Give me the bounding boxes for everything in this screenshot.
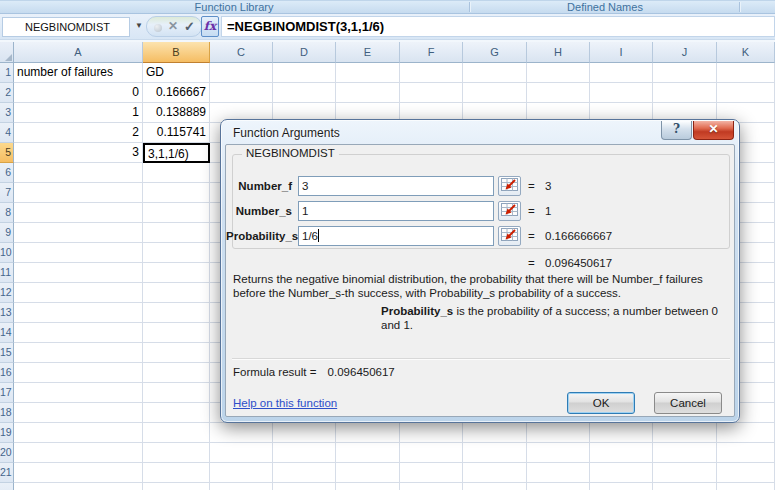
cell-D2[interactable] — [273, 83, 336, 103]
row-header-13[interactable]: 13 — [0, 303, 14, 323]
cell-B12[interactable] — [143, 283, 210, 303]
column-header-I[interactable]: I — [590, 42, 653, 63]
cancel-entry-icon[interactable]: ✕ — [168, 19, 178, 33]
cell-E2[interactable] — [336, 83, 400, 103]
cell-B8[interactable] — [143, 203, 210, 223]
cell-E21[interactable] — [336, 463, 400, 483]
cell-D22[interactable] — [273, 483, 336, 490]
cell-E22[interactable] — [336, 483, 400, 490]
cell-A4[interactable]: 2 — [14, 123, 143, 143]
cell-B7[interactable] — [143, 183, 210, 203]
cell-B1[interactable]: GD — [143, 63, 210, 83]
row-header-5[interactable]: 5 — [0, 143, 14, 163]
cell-A21[interactable] — [14, 463, 143, 483]
cell-B16[interactable] — [143, 363, 210, 383]
row-header-4[interactable]: 4 — [0, 123, 14, 143]
cell-J2[interactable] — [653, 83, 717, 103]
cell-B19[interactable] — [143, 423, 210, 443]
row-header-10[interactable]: 10 — [0, 243, 14, 263]
row-header-14[interactable]: 14 — [0, 323, 14, 343]
cell-G20[interactable] — [463, 443, 527, 463]
cell-I20[interactable] — [590, 443, 653, 463]
name-box-dropdown-icon[interactable]: ▼ — [133, 21, 145, 30]
row-header-8[interactable]: 8 — [0, 203, 14, 223]
cell-G1[interactable] — [463, 63, 527, 83]
cell-A1[interactable]: number of failures — [14, 63, 143, 83]
cell-G2[interactable] — [463, 83, 527, 103]
cell-H22[interactable] — [527, 483, 590, 490]
row-header-3[interactable]: 3 — [0, 103, 14, 123]
name-box[interactable]: NEGBINOMDIST — [2, 17, 130, 37]
cell-A7[interactable] — [14, 183, 143, 203]
row-header-19[interactable]: 19 — [0, 423, 14, 443]
cell-J21[interactable] — [653, 463, 717, 483]
cell-A15[interactable] — [14, 343, 143, 363]
cell-E19[interactable] — [336, 423, 400, 443]
cell-B20[interactable] — [143, 443, 210, 463]
help-on-function-link[interactable]: Help on this function — [233, 397, 337, 409]
cell-H2[interactable] — [527, 83, 590, 103]
cell-H19[interactable] — [527, 423, 590, 443]
row-header-15[interactable]: 15 — [0, 343, 14, 363]
cell-I19[interactable] — [590, 423, 653, 443]
cell-B11[interactable] — [143, 263, 210, 283]
cell-B3[interactable]: 0.138889 — [143, 103, 210, 123]
row-header-7[interactable]: 7 — [0, 183, 14, 203]
cell-B10[interactable] — [143, 243, 210, 263]
row-header-22[interactable] — [0, 483, 14, 490]
cell-J19[interactable] — [653, 423, 717, 443]
cell-H21[interactable] — [527, 463, 590, 483]
cell-A16[interactable] — [14, 363, 143, 383]
column-header-A[interactable]: A — [14, 42, 143, 63]
cell-H1[interactable] — [527, 63, 590, 83]
dialog-help-button[interactable]: ? — [661, 121, 692, 140]
row-header-18[interactable]: 18 — [0, 403, 14, 423]
cell-I1[interactable] — [590, 63, 653, 83]
probability-s-input[interactable]: 1/6 — [298, 226, 494, 246]
column-header-E[interactable]: E — [336, 42, 400, 63]
insert-function-button[interactable]: fx — [201, 16, 219, 37]
row-header-11[interactable]: 11 — [0, 263, 14, 283]
column-header-K[interactable]: K — [717, 42, 775, 63]
cell-I22[interactable] — [590, 483, 653, 490]
cell-B21[interactable] — [143, 463, 210, 483]
column-header-B[interactable]: B — [143, 42, 210, 63]
cell-F2[interactable] — [400, 83, 463, 103]
ok-button[interactable]: OK — [567, 392, 635, 414]
range-selector-button[interactable] — [498, 226, 521, 246]
cell-A9[interactable] — [14, 223, 143, 243]
dialog-title[interactable]: Function Arguments — [233, 126, 340, 140]
cell-F19[interactable] — [400, 423, 463, 443]
row-header-9[interactable]: 9 — [0, 223, 14, 243]
cell-B18[interactable] — [143, 403, 210, 423]
cell-C1[interactable] — [210, 63, 273, 83]
cell-B2[interactable]: 0.166667 — [143, 83, 210, 103]
cell-C22[interactable] — [210, 483, 273, 490]
range-selector-button[interactable] — [498, 176, 521, 196]
cell-F22[interactable] — [400, 483, 463, 490]
column-header-C[interactable]: C — [210, 42, 273, 63]
cell-A11[interactable] — [14, 263, 143, 283]
cell-F21[interactable] — [400, 463, 463, 483]
cell-K2[interactable] — [717, 83, 775, 103]
fill-handle[interactable] — [207, 160, 210, 163]
cell-C2[interactable] — [210, 83, 273, 103]
select-all-corner[interactable] — [0, 42, 14, 63]
cell-F1[interactable] — [400, 63, 463, 83]
cell-D21[interactable] — [273, 463, 336, 483]
cell-E1[interactable] — [336, 63, 400, 83]
cell-A2[interactable]: 0 — [14, 83, 143, 103]
formula-input[interactable]: =NEGBINOMDIST(3,1,1/6) — [221, 16, 775, 37]
cell-C21[interactable] — [210, 463, 273, 483]
column-header-J[interactable]: J — [653, 42, 717, 63]
cell-A17[interactable] — [14, 383, 143, 403]
row-header-20[interactable]: 20 — [0, 443, 14, 463]
row-header-1[interactable]: 1 — [0, 63, 14, 83]
number-f-input[interactable]: 3 — [298, 176, 494, 196]
cell-F20[interactable] — [400, 443, 463, 463]
cell-B14[interactable] — [143, 323, 210, 343]
cell-G19[interactable] — [463, 423, 527, 443]
number-s-input[interactable]: 1 — [298, 201, 494, 221]
cell-K20[interactable] — [717, 443, 775, 463]
cell-B9[interactable] — [143, 223, 210, 243]
